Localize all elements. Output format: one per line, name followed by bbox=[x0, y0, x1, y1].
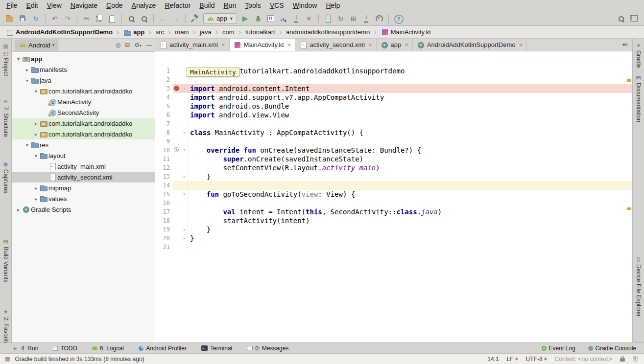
toolwindow-switcher-icon[interactable]: ▦ bbox=[5, 356, 10, 362]
chevron-right-icon[interactable]: ▸ bbox=[32, 185, 40, 191]
save-icon[interactable] bbox=[17, 13, 29, 24]
find-icon[interactable] bbox=[125, 13, 137, 24]
sync-icon[interactable]: ↻ bbox=[30, 13, 42, 24]
fold-close-icon[interactable]: ▴ bbox=[181, 172, 188, 181]
breadcrumb-item-app[interactable]: app bbox=[122, 27, 145, 37]
code-area[interactable]: MainActivity 1package com.tutorialkart.a… bbox=[155, 51, 632, 342]
code-line-14[interactable]: 14 bbox=[155, 181, 632, 190]
code-line-3[interactable]: 3▾import android.content.Intent bbox=[155, 84, 632, 93]
coverage-icon[interactable] bbox=[265, 13, 277, 24]
search-everywhere-icon[interactable] bbox=[615, 13, 627, 24]
tree-item-layout[interactable]: ▾layout bbox=[12, 150, 155, 161]
toolwindow-button-6-logcat[interactable]: 6: Logcat bbox=[92, 345, 124, 352]
menu-build[interactable]: Build bbox=[195, 0, 219, 10]
window-layout-icon[interactable] bbox=[628, 13, 640, 24]
encoding-widget[interactable]: UTF-8 bbox=[526, 356, 547, 363]
code-line-6[interactable]: 6import android.view.View bbox=[155, 111, 632, 119]
toolwindow-button-gradle-console[interactable]: Gradle Console bbox=[588, 345, 636, 352]
context-widget[interactable]: Context: <no context> bbox=[555, 356, 612, 363]
gradle-status-icon[interactable] bbox=[633, 356, 638, 362]
close-icon[interactable]: × bbox=[287, 41, 291, 48]
code-line-7[interactable]: 7 bbox=[155, 119, 632, 128]
tree-item-activity-main-xml[interactable]: activity_main.xml bbox=[12, 161, 155, 172]
menu-file[interactable]: File bbox=[2, 0, 22, 10]
code-line-18[interactable]: 18 startActivity(intent) bbox=[155, 216, 632, 225]
toolwindow-button-terminal[interactable]: Terminal bbox=[201, 345, 232, 352]
tree-item-res[interactable]: ▾res bbox=[12, 139, 155, 150]
menu-analyze[interactable]: Analyze bbox=[127, 0, 161, 10]
tree-item-com-tutorialkart-androidaddko[interactable]: ▸com.tutorialkart.androidaddko bbox=[12, 118, 155, 129]
breadcrumb-item-androidaddkotlinsupportdemo[interactable]: androidaddkotlinsupportdemo bbox=[285, 27, 371, 37]
fold-open-icon[interactable]: ▾ bbox=[181, 146, 188, 155]
breakpoint-icon[interactable] bbox=[174, 86, 179, 91]
chevron-right-icon[interactable]: ▸ bbox=[24, 67, 31, 72]
tree-item-values[interactable]: ▸values bbox=[12, 193, 155, 204]
code-line-20[interactable]: 20▴} bbox=[155, 234, 632, 243]
locate-file-icon[interactable]: ◎ bbox=[116, 42, 120, 48]
fold-open-icon[interactable]: ▾ bbox=[181, 128, 188, 137]
toolwindow-button-7-structure[interactable]: 7: Structure bbox=[2, 98, 10, 137]
fold-open-icon[interactable]: ▾ bbox=[181, 190, 188, 199]
settings-gear-icon[interactable]: ⚙▾ bbox=[134, 42, 142, 48]
menu-window[interactable]: Window bbox=[288, 0, 322, 10]
toolwindow-button-build-variants[interactable]: Build Variants bbox=[2, 238, 10, 282]
breadcrumb-item-java[interactable]: java bbox=[199, 27, 213, 37]
code-line-17[interactable]: 17 val intent = Intent(this, SecondActiv… bbox=[155, 207, 632, 216]
project-view-selector[interactable]: Android ▾ bbox=[15, 40, 58, 50]
menu-help[interactable]: Help bbox=[321, 0, 344, 10]
fold-close-icon[interactable]: ▴ bbox=[181, 234, 188, 243]
code-line-21[interactable]: 21 bbox=[155, 243, 632, 251]
code-line-8[interactable]: 8▾class MainActivity : AppCompatActivity… bbox=[155, 128, 632, 137]
hide-panel-icon[interactable]: — bbox=[146, 42, 152, 48]
breadcrumb-item-tutorialkart[interactable]: tutorialkart bbox=[244, 27, 276, 37]
replace-icon[interactable] bbox=[138, 13, 150, 24]
code-line-5[interactable]: 5import android.os.Bundle bbox=[155, 102, 632, 111]
tree-item-java[interactable]: ▾java bbox=[12, 75, 155, 86]
menu-vcs[interactable]: VCS bbox=[265, 0, 288, 10]
tab-mainactivity-kt[interactable]: MainActivity.kt× bbox=[230, 39, 296, 51]
forward-icon[interactable]: → bbox=[170, 13, 182, 24]
menu-view[interactable]: View bbox=[43, 0, 66, 10]
tab-list-icon[interactable]: ▾≡ bbox=[618, 42, 632, 48]
fold-close-icon[interactable]: ▴ bbox=[181, 225, 188, 234]
code-line-16[interactable]: 16 bbox=[155, 199, 632, 207]
code-line-15[interactable]: 15▾ fun goToSecondActivity(view: View) { bbox=[155, 190, 632, 199]
gradle-sync-icon[interactable]: ↻ bbox=[335, 13, 347, 24]
tree-item-com-tutorialkart-androidaddko[interactable]: ▸com.tutorialkart.androidaddko bbox=[12, 129, 155, 139]
help-icon[interactable] bbox=[392, 13, 404, 24]
close-icon[interactable]: × bbox=[368, 41, 372, 48]
code-line-4[interactable]: 4import android.support.v7.app.AppCompat… bbox=[155, 93, 632, 102]
chevron-down-icon[interactable]: ▾ bbox=[24, 78, 31, 83]
breadcrumb-item-androidaddkotlinsupportdemo[interactable]: AndroidAddKotlinSupportDemo bbox=[5, 27, 114, 37]
toolwindow-button-1-project[interactable]: 1: Project bbox=[2, 43, 10, 76]
collapse-all-icon[interactable]: ⊟ bbox=[125, 42, 130, 48]
code-line-11[interactable]: 11 super.onCreate(savedInstanceState) bbox=[155, 155, 632, 163]
code-line-9[interactable]: 9 bbox=[155, 137, 632, 146]
override-marker-icon[interactable]: ↑ bbox=[174, 147, 179, 152]
breadcrumb-item-com[interactable]: com bbox=[221, 27, 236, 37]
toolwindow-button-gradle[interactable]: Gradle bbox=[635, 42, 643, 68]
fold-open-icon[interactable]: ▾ bbox=[181, 84, 188, 93]
chevron-down-icon[interactable]: ▾ bbox=[24, 142, 31, 148]
tree-item-manifests[interactable]: ▸manifests bbox=[12, 64, 155, 75]
toolwindow-button-device-file-explorer[interactable]: Device File Explorer bbox=[635, 255, 643, 317]
copy-icon[interactable] bbox=[94, 13, 105, 24]
build-icon[interactable] bbox=[189, 13, 201, 24]
code-line-12[interactable]: 12 setContentView(R.layout.activity_main… bbox=[155, 163, 632, 172]
close-icon[interactable]: × bbox=[519, 41, 523, 48]
tab-activity-main-xml[interactable]: activity_main.xml× bbox=[155, 39, 230, 51]
menu-navigate[interactable]: Navigate bbox=[66, 0, 102, 10]
toolwindow-button-todo[interactable]: TODO bbox=[53, 345, 77, 352]
attach-debugger-icon[interactable] bbox=[290, 13, 302, 24]
run-configuration-select[interactable]: app ▼ bbox=[203, 13, 237, 24]
chevron-down-icon[interactable]: ▾ bbox=[15, 56, 22, 62]
run-icon[interactable]: ▶ bbox=[239, 13, 251, 24]
toolwindow-button-4-run[interactable]: 4: Run bbox=[14, 345, 38, 352]
cut-icon[interactable]: ✂ bbox=[81, 13, 93, 24]
stop-icon[interactable]: ■ bbox=[303, 13, 315, 24]
tree-item-activity-second-xml[interactable]: activity_second.xml bbox=[12, 172, 155, 182]
caret-position-widget[interactable]: 14:1 bbox=[487, 356, 499, 363]
close-icon[interactable]: × bbox=[405, 41, 408, 48]
breadcrumb-item-src[interactable]: src bbox=[155, 27, 165, 37]
tab-app[interactable]: app× bbox=[377, 39, 413, 51]
